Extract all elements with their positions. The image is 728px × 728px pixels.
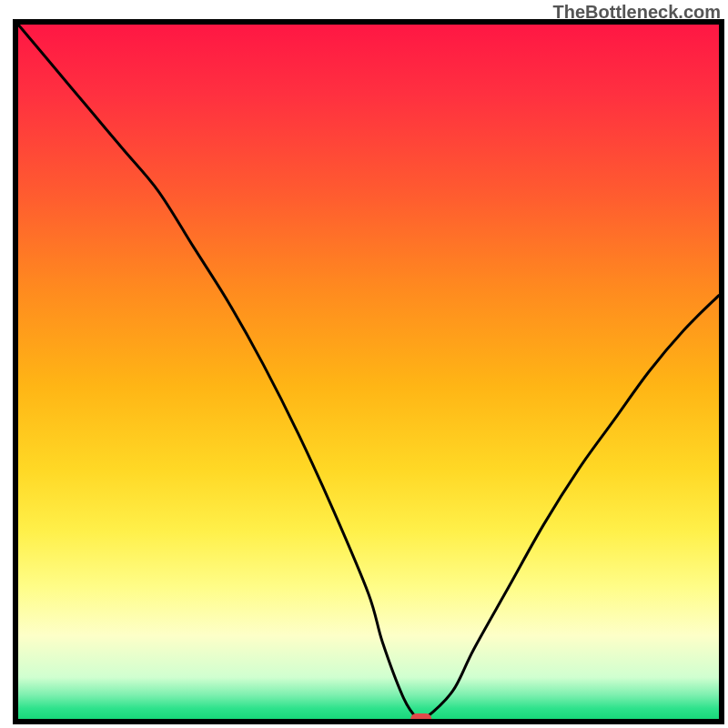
bottleneck-chart: TheBottleneck.com: [0, 0, 728, 728]
chart-svg: [0, 0, 728, 728]
watermark-text: TheBottleneck.com: [553, 2, 721, 23]
chart-background: [18, 25, 719, 719]
